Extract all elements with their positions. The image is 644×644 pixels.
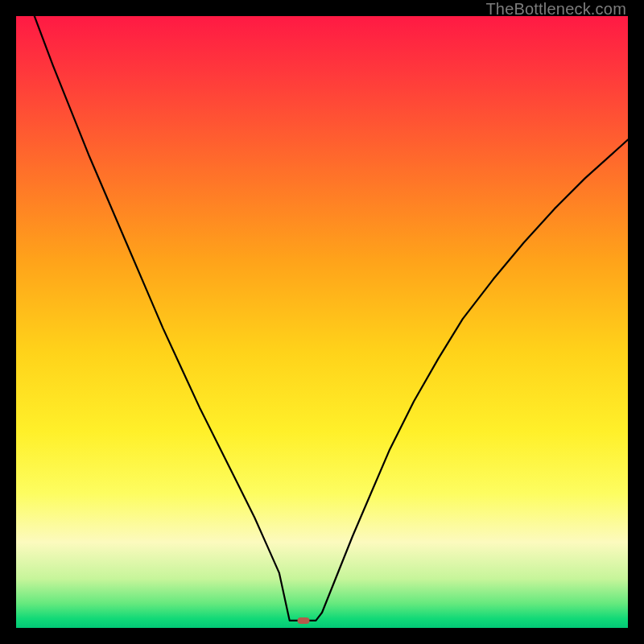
chart-frame [16,16,628,628]
gradient-background [16,16,628,628]
optimum-marker [298,617,310,624]
bottleneck-chart [16,16,628,628]
